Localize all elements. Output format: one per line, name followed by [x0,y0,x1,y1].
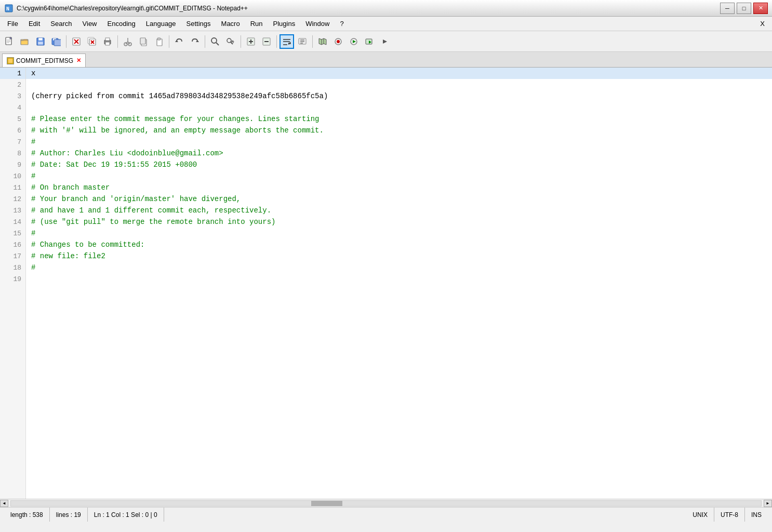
menu-encoding[interactable]: Encoding [102,18,141,30]
toolbar-indent[interactable] [295,34,310,49]
svg-marker-33 [175,40,178,42]
line-number-15: 15 [0,228,25,239]
toolbar-macro-rec[interactable] [331,34,345,49]
line-number-1: 1 [0,68,25,79]
toolbar-sep3 [169,35,169,48]
code-line-15: # [26,228,772,239]
code-line-19 [26,273,772,285]
svg-point-57 [337,40,340,43]
toolbar-close-all[interactable] [85,34,99,49]
tab-commit-editmsg[interactable]: COMMIT_EDITMSG ✕ [2,54,86,67]
code-area[interactable]: x (cherry picked from commit 1465ad78980… [26,68,772,499]
toolbar-cut[interactable] [121,34,135,49]
toolbar [0,31,772,52]
toolbar-zoom-out[interactable] [259,34,274,49]
svg-marker-34 [196,40,199,42]
status-encoding: UTF-8 [714,508,745,522]
menu-window[interactable]: Window [300,18,335,30]
svg-marker-59 [353,40,356,43]
code-line-8: # Author: Charles Liu <dodoinblue@gmail.… [26,148,772,159]
maximize-button[interactable]: □ [737,3,751,14]
menu-x[interactable]: X [755,18,770,30]
menu-bar: File Edit Search View Encoding Language … [0,17,772,31]
toolbar-find[interactable] [208,34,222,49]
status-mode: INS [745,508,768,522]
code-line-17: # new file: file2 [26,250,772,262]
svg-point-37 [227,38,231,43]
tab-bar: COMMIT_EDITMSG ✕ [0,52,772,68]
toolbar-save[interactable] [33,34,48,49]
line-number-16: 16 [0,239,25,250]
code-line-14: # (use "git pull" to merge the remote br… [26,216,772,228]
status-length: length : 538 [4,508,50,522]
toolbar-wrap[interactable] [279,34,294,49]
hscroll-right-arrow[interactable]: ▶ [764,500,772,507]
code-line-11: # On branch master [26,182,772,193]
line-number-10: 10 [0,170,25,182]
code-line-7: # [26,136,772,148]
status-bar: length : 538 lines : 19 Ln : 1 Col : 1 S… [0,507,772,522]
toolbar-undo[interactable] [172,34,187,49]
line-number-19: 19 [0,273,25,285]
minimize-button[interactable]: ─ [720,3,735,14]
code-line-6: # with '#' will be ignored, and an empty… [26,125,772,136]
toolbar-sep1 [66,35,66,48]
app-icon: N [4,4,14,13]
code-line-13: # and have 1 and 1 different commit each… [26,205,772,216]
toolbar-open[interactable] [18,34,32,49]
line-number-12: 12 [0,193,25,205]
svg-rect-10 [38,42,43,45]
menu-view[interactable]: View [77,18,102,30]
toolbar-redo[interactable] [188,34,202,49]
svg-rect-32 [157,38,161,40]
line-number-9: 9 [0,159,25,170]
line-number-2: 2 [0,79,25,90]
menu-settings[interactable]: Settings [181,18,216,30]
svg-rect-30 [140,38,145,44]
line-number-18: 18 [0,262,25,273]
toolbar-arrow-right[interactable] [378,34,392,49]
menu-edit[interactable]: Edit [23,18,45,30]
editor[interactable]: 12345678910111213141516171819 x (cherry … [0,68,772,499]
toolbar-close[interactable] [69,34,84,49]
title-bar: N C:\cygwin64\home\Charles\repository\le… [0,0,772,17]
toolbar-print[interactable] [100,34,115,49]
hscroll-track[interactable] [10,500,762,507]
tab-close-icon[interactable]: ✕ [76,57,81,64]
code-line-12: # Your branch and 'origin/master' have d… [26,193,772,205]
toolbar-sep4 [205,35,205,48]
hscroll-left-arrow[interactable]: ◀ [0,500,8,507]
hscroll-thumb[interactable] [311,501,342,506]
line-number-6: 6 [0,125,25,136]
status-lines: lines : 19 [50,508,88,522]
menu-search[interactable]: Search [45,18,77,30]
menu-macro[interactable]: Macro [216,18,245,30]
toolbar-macro-play[interactable] [347,34,361,49]
code-line-3: (cherry picked from commit 1465ad7898034… [26,90,772,102]
horizontal-scrollbar[interactable]: ◀ ▶ [0,499,772,507]
toolbar-new[interactable] [2,34,17,49]
code-line-5: # Please enter the commit message for yo… [26,113,772,125]
menu-run[interactable]: Run [245,18,268,30]
toolbar-save-all[interactable] [49,34,63,49]
toolbar-copy[interactable] [136,34,151,49]
menu-language[interactable]: Language [141,18,181,30]
toolbar-paste[interactable] [152,34,166,49]
code-line-9: # Date: Sat Dec 19 19:51:55 2015 +0800 [26,159,772,170]
menu-help[interactable]: ? [335,18,349,30]
toolbar-zoom-in[interactable] [244,34,258,49]
toolbar-run[interactable] [362,34,377,49]
tab-file-icon [7,57,14,64]
code-line-4 [26,102,772,113]
status-eol: UNIX [686,508,714,522]
toolbar-map[interactable] [315,34,330,49]
toolbar-sep6 [276,35,277,48]
title-text: C:\cygwin64\home\Charles\repository\lear… [17,5,248,12]
line-number-3: 3 [0,90,25,102]
code-line-2 [26,79,772,90]
line-number-8: 8 [0,148,25,159]
toolbar-replace[interactable] [223,34,238,49]
menu-file[interactable]: File [2,18,23,30]
menu-plugins[interactable]: Plugins [268,18,301,30]
close-button[interactable]: ✕ [753,3,768,14]
